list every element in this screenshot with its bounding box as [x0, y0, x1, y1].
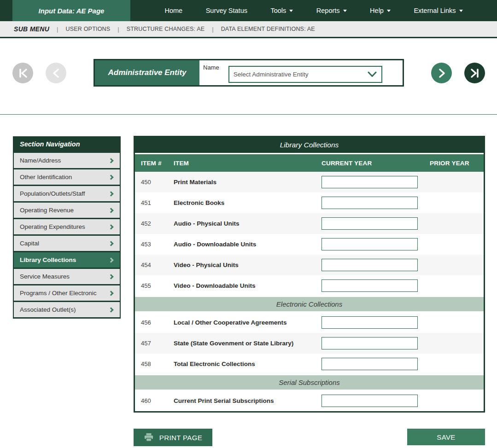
item-name: Print Materials — [174, 179, 322, 186]
current-year-input-452[interactable] — [322, 217, 418, 230]
chevron-down-icon — [368, 71, 377, 77]
section-navigation-title: Section Navigation — [14, 136, 120, 151]
chevron-right-icon — [108, 191, 113, 196]
sidebar-item-label: Library Collections — [20, 256, 76, 263]
sidebar-item-label: Capital — [20, 240, 39, 247]
current-year-input-458[interactable] — [322, 358, 418, 370]
section-divider — [0, 114, 497, 115]
sidebar-item-operating-expenditures[interactable]: Operating Expenditures — [14, 219, 120, 234]
nav-item-label: Home — [165, 7, 183, 14]
item-name: Total Electronic Collections — [174, 361, 322, 367]
table-header-row: ITEM # ITEM CURRENT YEAR PRIOR YEAR — [135, 154, 484, 172]
current-year-input-454[interactable] — [322, 259, 418, 271]
column-header-prior-year: PRIOR YEAR — [430, 160, 484, 167]
item-number: 456 — [135, 319, 174, 326]
tab-input-data-ae-page[interactable]: Input Data: AE Page — [12, 0, 130, 21]
chevron-right-icon — [108, 257, 113, 262]
table-row: 455Video - Downloadable Units — [135, 275, 484, 296]
current-year-input-453[interactable] — [322, 238, 418, 250]
current-year-input-450[interactable] — [322, 176, 418, 188]
sidebar-item-associated-outlet-s-[interactable]: Associated Outlet(s) — [14, 302, 120, 317]
item-name: Video - Physical Units — [174, 262, 322, 268]
item-number: 452 — [135, 220, 174, 227]
save-label: SAVE — [437, 433, 456, 441]
nav-item-home[interactable]: Home — [165, 7, 183, 14]
top-navbar: Input Data: AE Page HomeSurvey StatusToo… — [0, 0, 497, 21]
next-entity-button[interactable] — [431, 63, 452, 83]
item-number: 454 — [135, 262, 174, 268]
sidebar-item-label: Population/Outlets/Staff — [20, 190, 85, 197]
caret-down-icon — [459, 10, 463, 12]
sidebar-item-name-address[interactable]: Name/Address — [14, 153, 120, 168]
sidebar-item-label: Operating Revenue — [20, 207, 74, 214]
sidebar-item-label: Service Measures — [20, 273, 70, 280]
table-row: 458Total Electronic Collections — [135, 354, 484, 374]
sidebar-item-label: Operating Expenditures — [20, 223, 85, 230]
table-row: 457State (State Govenment or State Libra… — [135, 333, 484, 354]
nav-item-external-links[interactable]: External Links — [414, 7, 462, 14]
item-name: State (State Govenment or State Library) — [174, 340, 322, 347]
last-entity-button[interactable] — [464, 63, 485, 83]
item-number: 460 — [135, 397, 174, 404]
submenu-item-data-element-definitions-ae[interactable]: DATA ELEMENT DEFINITIONS: AE — [221, 26, 315, 32]
sidebar-item-operating-revenue[interactable]: Operating Revenue — [14, 203, 120, 218]
table-title: Library Collections — [135, 137, 484, 153]
printer-icon — [144, 433, 154, 442]
name-label: Name — [203, 64, 219, 85]
section-header-serial-subscriptions: Serial Subscriptions — [135, 374, 484, 390]
item-number: 450 — [135, 179, 174, 186]
item-name: Audio - Physical Units — [174, 220, 322, 227]
caret-down-icon — [343, 10, 347, 12]
nav-item-tools[interactable]: Tools — [270, 7, 293, 14]
administrative-entity-select[interactable]: Select Administrative Entity — [228, 66, 382, 83]
active-tab-label: Input Data: AE Page — [39, 7, 105, 15]
submenu-title: SUB MENU — [14, 25, 49, 33]
item-name: Electronic Books — [174, 199, 322, 206]
sidebar-item-other-identification[interactable]: Other Identification — [14, 169, 120, 185]
current-year-input-451[interactable] — [322, 197, 418, 209]
sidebar-item-label: Programs / Other Electronic — [20, 290, 97, 297]
current-year-input-456[interactable] — [322, 316, 418, 329]
section-header-electronic-collections: Electronic Collections — [135, 296, 484, 312]
sidebar-item-capital[interactable]: Capital — [14, 236, 120, 251]
chevron-right-icon — [108, 224, 113, 229]
administrative-entity-panel: Administrative Entity Name Select Admini… — [94, 59, 404, 87]
item-name: Local / Other Cooperative Agreements — [174, 319, 322, 326]
item-number: 453 — [135, 241, 174, 248]
submenu-items: |USER OPTIONS|STRUCTURE CHANGES: AE|DATA… — [49, 26, 315, 33]
current-year-input-455[interactable] — [322, 279, 418, 292]
caret-down-icon — [289, 10, 293, 12]
column-header-current-year: CURRENT YEAR — [322, 160, 430, 167]
current-year-input-457[interactable] — [322, 337, 418, 349]
first-page-icon — [13, 63, 33, 83]
submenu-bar: SUB MENU |USER OPTIONS|STRUCTURE CHANGES… — [0, 21, 497, 38]
table-row: 454Video - Physical Units — [135, 255, 484, 275]
administrative-entity-body: Name Select Administrative Entity — [199, 60, 403, 85]
submenu-item-structure-changes-ae[interactable]: STRUCTURE CHANGES: AE — [127, 26, 205, 32]
sidebar-item-library-collections[interactable]: Library Collections — [14, 252, 120, 268]
last-page-icon — [465, 63, 485, 83]
sidebar-item-service-measures[interactable]: Service Measures — [14, 269, 120, 284]
chevron-right-icon — [108, 274, 113, 279]
chevron-right-icon — [108, 158, 113, 163]
nav-item-label: Help — [370, 7, 384, 14]
section-navigation: Section Navigation Name/AddressOther Ide… — [13, 136, 121, 319]
first-entity-button[interactable] — [12, 63, 33, 83]
nav-item-reports[interactable]: Reports — [316, 7, 347, 14]
page: Input Data: AE Page HomeSurvey StatusToo… — [0, 0, 497, 448]
previous-entity-button[interactable] — [46, 63, 66, 83]
current-year-input-460[interactable] — [322, 395, 418, 407]
nav-item-help[interactable]: Help — [370, 7, 391, 14]
nav-links: HomeSurvey StatusToolsReportsHelpExterna… — [130, 0, 497, 21]
item-name: Video - Downloadable Units — [174, 282, 322, 289]
chevron-right-icon — [108, 241, 113, 246]
nav-item-survey-status[interactable]: Survey Status — [206, 7, 247, 14]
submenu-separator: | — [117, 26, 119, 33]
sidebar-item-programs-other-electronic[interactable]: Programs / Other Electronic — [14, 285, 120, 301]
submenu-item-user-options[interactable]: USER OPTIONS — [65, 26, 110, 32]
print-page-button[interactable]: PRINT PAGE — [134, 429, 212, 446]
sidebar-item-population-outlets-staff[interactable]: Population/Outlets/Staff — [14, 186, 120, 201]
caret-down-icon — [387, 10, 391, 12]
submenu-separator: | — [57, 26, 58, 33]
save-button[interactable]: SAVE — [407, 429, 485, 445]
